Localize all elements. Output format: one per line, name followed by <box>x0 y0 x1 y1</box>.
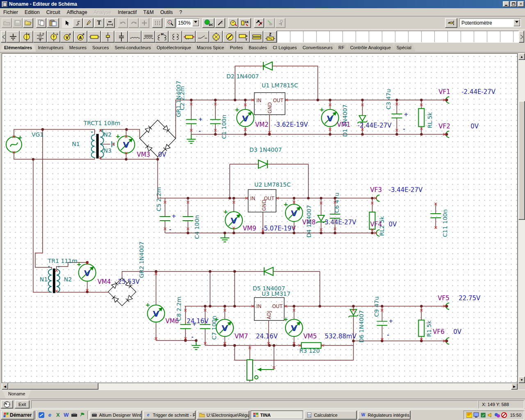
vertical-scroll-thumb[interactable] <box>518 101 525 220</box>
transistor-test-tool[interactable] <box>265 18 275 28</box>
minimize-button[interactable] <box>503 1 509 7</box>
component-inductor-core[interactable] <box>142 31 155 43</box>
menu-affichage[interactable]: Affichage <box>64 9 91 16</box>
clock[interactable]: 15:50 <box>510 413 521 418</box>
component-lamp[interactable] <box>209 31 223 43</box>
tab-macros-spice[interactable]: Macros Spice <box>193 44 228 52</box>
vg1-generator[interactable]: + VG1 <box>6 132 43 153</box>
menu-help[interactable]: ? <box>176 9 185 16</box>
tab-ci-logiques[interactable]: CI Logiques <box>269 44 301 52</box>
tab-special[interactable]: Spécial <box>393 44 415 52</box>
component-capacitor[interactable] <box>114 31 128 43</box>
pencil-tool[interactable] <box>83 18 94 28</box>
component-capacitor-polarized[interactable] <box>101 31 114 43</box>
component-fuse[interactable] <box>182 31 196 43</box>
schematic-canvas[interactable]: V + + VG1 <box>2 53 518 383</box>
c2-capacitor[interactable]: + - C2 2.2m <box>179 86 203 134</box>
ohmmeter-tool[interactable]: 1K <box>239 18 251 28</box>
r3-resistor[interactable]: R3 120 <box>299 342 321 354</box>
voltmeter-tool[interactable] <box>228 18 238 28</box>
component-transformer[interactable] <box>169 31 182 43</box>
menu-fichier[interactable]: Fichier <box>0 9 21 16</box>
vm3-voltmeter[interactable]: VM3 0V <box>116 132 167 158</box>
exit-button[interactable]: Exit <box>15 400 30 409</box>
component-battery[interactable]: + <box>33 31 47 43</box>
scroll-right-button[interactable] <box>519 31 524 43</box>
text-tool[interactable]: T <box>94 18 104 28</box>
wire-tool[interactable] <box>73 18 83 28</box>
component-voltmeter[interactable]: V <box>60 31 74 43</box>
component-voltage-source[interactable]: + <box>20 31 33 43</box>
d3-diode[interactable]: D3 1N4007 <box>249 146 282 168</box>
component-switch[interactable] <box>196 31 209 43</box>
c5-capacitor[interactable]: + - C5 2.2m <box>155 187 176 233</box>
meter-mode-button[interactable] <box>1 400 13 409</box>
oscilloscope-probe-tool[interactable] <box>275 18 285 28</box>
zoom-dropdown-arrow[interactable] <box>192 19 199 26</box>
component-dropdown-arrow[interactable] <box>514 19 520 26</box>
c6-capacitor[interactable]: C6 47u <box>330 192 340 218</box>
rl-resistor[interactable]: RL 5k <box>418 109 433 128</box>
quicklaunch-word-icon[interactable]: W <box>62 411 70 419</box>
copy-button[interactable] <box>36 18 46 28</box>
component-select[interactable]: Potentiomètre <box>459 18 521 27</box>
horizontal-scroll-thumb[interactable] <box>8 383 98 390</box>
tab-optoelectronique[interactable]: Optoélectronique <box>153 44 195 52</box>
dimension-tool[interactable] <box>105 18 115 28</box>
tab-mesures[interactable]: Mesures <box>65 44 91 52</box>
tray-network-icon[interactable] <box>480 412 486 418</box>
tray-messenger-icon[interactable] <box>494 412 500 418</box>
tab-controle-analogique[interactable]: Contrôle Analogique <box>346 44 395 52</box>
select-arrow-tool[interactable] <box>62 18 72 28</box>
component-list-button[interactable] <box>445 18 457 28</box>
restore-button[interactable] <box>510 1 517 7</box>
tray-card-icon[interactable] <box>466 412 472 418</box>
quicklaunch-ie-icon[interactable]: e <box>46 411 54 419</box>
c4-capacitor[interactable]: C4 100n <box>183 215 200 239</box>
quicklaunch-printer-icon[interactable] <box>70 411 78 419</box>
vm1-voltmeter[interactable]: VM1 -2.44E-27V <box>320 106 392 129</box>
probe-pen-tool[interactable] <box>215 18 225 28</box>
diode-test-tool[interactable] <box>254 18 264 28</box>
start-button[interactable]: Démarrer <box>1 411 34 420</box>
tab-bascules[interactable]: Bascules <box>244 44 271 52</box>
tray-volume-icon[interactable] <box>487 412 493 418</box>
tray-blocked-icon[interactable] <box>501 412 507 418</box>
close-button[interactable]: × <box>518 1 524 7</box>
vf2-terminal[interactable]: VF2 0V <box>438 123 479 138</box>
crosshair-button[interactable] <box>139 18 149 28</box>
grid-toggle[interactable] <box>152 18 162 28</box>
menu-circuit[interactable]: Circuit <box>43 9 64 16</box>
u1-regulator[interactable]: IN OUT GND U1 LM7815C <box>254 82 298 115</box>
sheet-tab-noname[interactable]: Noname <box>2 390 31 399</box>
vm5-voltmeter[interactable]: VM5 532.88mV <box>283 316 357 340</box>
gr2-bridge-rectifier[interactable]: GR2 1N4007 <box>108 242 145 306</box>
menu-outils[interactable]: Outils <box>157 9 176 16</box>
task-regulateurs-doc[interactable]: WRégulateurs intégrés... <box>358 411 411 420</box>
tab-sources[interactable]: Sources <box>88 44 113 52</box>
task-tina[interactable]: TINA <box>251 411 303 420</box>
quicklaunch-excel-icon[interactable]: X <box>54 411 62 419</box>
component-resistor[interactable] <box>87 31 101 43</box>
scroll-right-arrow[interactable]: ▶ <box>511 383 518 390</box>
trct1-transformer[interactable]: TRCT1 108m N1 N2 N3 <box>72 120 120 159</box>
r1-resistor[interactable]: R1 5k <box>418 320 432 337</box>
open-folder-button[interactable] <box>23 18 33 28</box>
quicklaunch-desktop-icon[interactable] <box>37 411 46 419</box>
vertical-scrollbar[interactable]: ▲ ▼ <box>518 53 525 383</box>
component-potentiometer[interactable]: T <box>236 31 250 43</box>
tab-semi-conducteurs[interactable]: Semi-conducteurs <box>110 44 155 52</box>
task-calculatrice[interactable]: Calculatrice <box>304 411 357 420</box>
vf5-terminal[interactable]: VF5 22.75V <box>438 295 481 310</box>
undo-button[interactable] <box>118 18 128 28</box>
task-altium[interactable]: Altium Designer Wint... <box>89 411 142 420</box>
component-current-source[interactable]: + <box>47 31 60 43</box>
task-explorer-folder[interactable]: U:\Electronique\Régu... <box>197 411 249 420</box>
open-button[interactable] <box>2 18 12 28</box>
horizontal-scrollbar[interactable]: ◀ ▶ <box>2 383 518 390</box>
task-trigger-schmitt[interactable]: eTrigger de schmitt - F... <box>143 411 196 420</box>
component-voltage-regulator[interactable] <box>250 31 263 43</box>
vf3-terminal[interactable]: VF3 -3.44E-27V <box>370 186 423 201</box>
c11-capacitor[interactable]: C11 100n <box>430 209 448 237</box>
zoom-in-button[interactable] <box>165 18 176 28</box>
